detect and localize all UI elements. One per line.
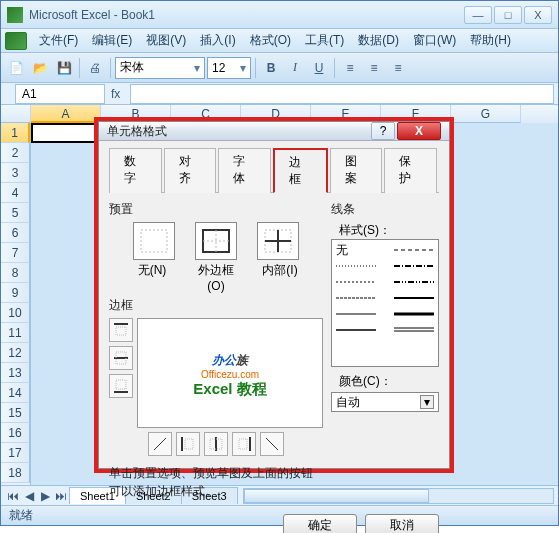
menu-edit[interactable]: 编辑(E): [86, 29, 138, 52]
align-center-icon[interactable]: ≡: [363, 57, 385, 79]
border-right-button[interactable]: [232, 432, 256, 456]
row-header[interactable]: 18: [1, 463, 30, 483]
open-icon[interactable]: 📂: [29, 57, 51, 79]
border-bottom-button[interactable]: [109, 374, 133, 398]
row-header[interactable]: 13: [1, 363, 30, 383]
minimize-button[interactable]: —: [464, 6, 492, 24]
row-header[interactable]: 17: [1, 443, 30, 463]
preset-outline-button[interactable]: [195, 222, 237, 260]
svg-line-20: [266, 438, 278, 450]
active-cell[interactable]: [31, 123, 101, 143]
font-name-combo[interactable]: 宋体 ▾: [115, 57, 205, 79]
office-logo-icon[interactable]: [5, 32, 27, 50]
format-cells-dialog: 单元格格式 ? X 数字 对齐 字体 边框 图案 保护 预置 无(N) 外边框: [98, 121, 450, 469]
tab-border[interactable]: 边框: [273, 148, 328, 193]
menu-insert[interactable]: 插入(I): [194, 29, 241, 52]
sheet-nav-next[interactable]: ▶: [37, 488, 53, 504]
sheet-nav-prev[interactable]: ◀: [21, 488, 37, 504]
row-header[interactable]: 11: [1, 323, 30, 343]
column-header[interactable]: [1, 105, 31, 123]
menu-data[interactable]: 数据(D): [352, 29, 405, 52]
row-header[interactable]: 5: [1, 203, 30, 223]
tab-number[interactable]: 数字: [109, 148, 162, 193]
row-header[interactable]: 1: [1, 123, 30, 143]
new-icon[interactable]: 📄: [5, 57, 27, 79]
align-right-icon[interactable]: ≡: [387, 57, 409, 79]
status-ready: 就绪: [9, 507, 33, 524]
sheet-nav-first[interactable]: ⏮: [5, 488, 21, 504]
column-header[interactable]: A: [31, 105, 101, 123]
excel-icon: [7, 7, 23, 23]
menu-help[interactable]: 帮助(H): [464, 29, 517, 52]
fx-icon[interactable]: fx: [105, 87, 126, 101]
font-size-value: 12: [212, 61, 225, 75]
preset-none-label: 无(N): [126, 262, 178, 293]
name-box-value: A1: [22, 87, 37, 101]
row-header[interactable]: 10: [1, 303, 30, 323]
cancel-button[interactable]: 取消: [365, 514, 439, 533]
preset-inside-button[interactable]: [257, 222, 299, 260]
titlebar: Microsoft Excel - Book1 — □ X: [1, 1, 558, 29]
svg-rect-12: [116, 380, 126, 389]
menu-format[interactable]: 格式(O): [244, 29, 297, 52]
tab-alignment[interactable]: 对齐: [164, 148, 217, 193]
row-header[interactable]: 12: [1, 343, 30, 363]
dialog-tabs: 数字 对齐 字体 边框 图案 保护: [109, 147, 439, 193]
bold-button[interactable]: B: [260, 57, 282, 79]
dialog-help-button[interactable]: ?: [371, 122, 395, 140]
italic-button[interactable]: I: [284, 57, 306, 79]
tab-pattern[interactable]: 图案: [330, 148, 383, 193]
font-name-value: 宋体: [120, 59, 144, 76]
tab-font[interactable]: 字体: [218, 148, 271, 193]
tab-protection[interactable]: 保护: [384, 148, 437, 193]
row-header[interactable]: 4: [1, 183, 30, 203]
row-header[interactable]: 3: [1, 163, 30, 183]
row-header[interactable]: 14: [1, 383, 30, 403]
border-left-button[interactable]: [176, 432, 200, 456]
row-header[interactable]: 2: [1, 143, 30, 163]
highlight-frame: 单元格格式 ? X 数字 对齐 字体 边框 图案 保护 预置 无(N) 外边框: [95, 118, 453, 472]
border-diag-down-button[interactable]: [260, 432, 284, 456]
ok-button[interactable]: 确定: [283, 514, 357, 533]
dialog-close-button[interactable]: X: [397, 122, 441, 140]
border-hmid-button[interactable]: [109, 346, 133, 370]
border-preview[interactable]: 办公族 Officezu.com Excel 教程: [137, 318, 323, 428]
style-none: 无: [336, 242, 348, 259]
preset-none-button[interactable]: [133, 222, 175, 260]
dialog-title: 单元格格式: [107, 123, 371, 140]
watermark-line2: Officezu.com: [201, 369, 259, 380]
row-header[interactable]: 7: [1, 243, 30, 263]
line-style-list[interactable]: 无: [331, 239, 439, 367]
underline-button[interactable]: U: [308, 57, 330, 79]
menu-window[interactable]: 窗口(W): [407, 29, 462, 52]
svg-rect-19: [239, 439, 247, 449]
menu-tools[interactable]: 工具(T): [299, 29, 350, 52]
menu-file[interactable]: 文件(F): [33, 29, 84, 52]
color-combo[interactable]: 自动 ▾: [331, 392, 439, 412]
preset-inside-label: 内部(I): [254, 262, 306, 293]
svg-line-13: [154, 438, 166, 450]
save-icon[interactable]: 💾: [53, 57, 75, 79]
row-header[interactable]: 8: [1, 263, 30, 283]
close-button[interactable]: X: [524, 6, 552, 24]
border-note: 单击预置选项、预览草图及上面的按钮可以添加边框样式。: [109, 464, 323, 500]
row-header[interactable]: 9: [1, 283, 30, 303]
align-left-icon[interactable]: ≡: [339, 57, 361, 79]
maximize-button[interactable]: □: [494, 6, 522, 24]
menu-view[interactable]: 视图(V): [140, 29, 192, 52]
row-header[interactable]: 15: [1, 403, 30, 423]
formula-input[interactable]: [130, 84, 554, 104]
row-header[interactable]: 16: [1, 423, 30, 443]
row-header[interactable]: 6: [1, 223, 30, 243]
sheet-nav-last[interactable]: ⏭: [53, 488, 69, 504]
color-label: 颜色(C)：: [339, 373, 439, 390]
line-label: 线条: [331, 201, 439, 218]
font-size-combo[interactable]: 12 ▾: [207, 57, 251, 79]
border-diag-up-button[interactable]: [148, 432, 172, 456]
svg-rect-0: [141, 230, 167, 252]
name-box[interactable]: A1: [15, 84, 105, 104]
border-vmid-button[interactable]: [204, 432, 228, 456]
border-top-button[interactable]: [109, 318, 133, 342]
column-header[interactable]: G: [451, 105, 521, 123]
print-icon[interactable]: 🖨: [84, 57, 106, 79]
